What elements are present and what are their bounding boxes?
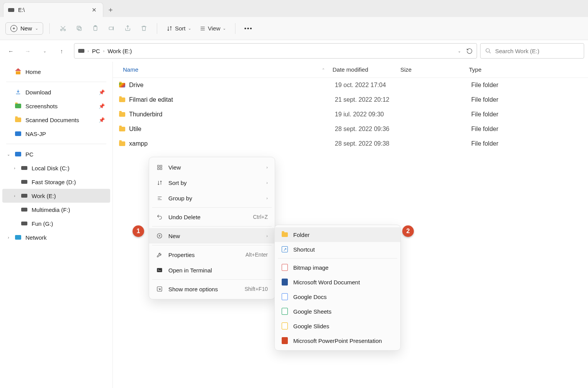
- submenu-powerpoint[interactable]: Microsoft PowerPoint Presentation: [275, 333, 400, 348]
- submenu-gslides[interactable]: Google Slides: [275, 319, 400, 333]
- file-row[interactable]: Filmari de editat 21 sept. 2022 20:12 Fi…: [113, 92, 588, 107]
- rename-button[interactable]: [104, 22, 118, 35]
- svg-rect-6: [109, 27, 113, 30]
- sort-button[interactable]: Sort ⌄: [163, 25, 194, 32]
- submenu-shortcut[interactable]: ↗ Shortcut: [275, 242, 400, 257]
- chevron-down-icon[interactable]: ⌄: [458, 49, 461, 53]
- ctx-separator: [152, 245, 272, 245]
- file-type: File folder: [471, 126, 588, 133]
- tab-bar: E:\ ✕ ＋: [0, 0, 588, 17]
- submenu-folder[interactable]: Folder: [275, 227, 400, 242]
- ctx-sort-by[interactable]: Sort by ›: [149, 175, 275, 190]
- submenu-label: Folder: [293, 232, 310, 238]
- submenu-bitmap[interactable]: Bitmap image: [275, 260, 400, 275]
- monitor-icon: [15, 131, 21, 136]
- chevron-right-icon[interactable]: ›: [12, 194, 17, 198]
- file-row[interactable]: xampp 28 sept. 2022 09:38 File folder: [113, 136, 588, 151]
- chevron-right-icon[interactable]: ›: [6, 235, 11, 240]
- cut-button[interactable]: [56, 22, 70, 35]
- sidebar-drive-g[interactable]: Fun (G:): [2, 217, 110, 230]
- address-bar[interactable]: › PC › Work (E:) ⌄: [74, 43, 477, 59]
- svg-rect-13: [157, 268, 162, 272]
- sidebar-item-label: Fast Storage (D:): [32, 179, 76, 185]
- sidebar-quick-screenshots[interactable]: Screenshots 📌: [2, 99, 110, 113]
- recent-locations-button[interactable]: ⌄: [38, 44, 52, 58]
- ctx-new[interactable]: New ›: [149, 228, 275, 244]
- refresh-button[interactable]: [466, 48, 473, 54]
- sidebar-quick-download[interactable]: Download 📌: [2, 85, 110, 99]
- sidebar: Home Download 📌 Screenshots 📌 Scanned Do…: [0, 62, 113, 388]
- delete-button[interactable]: [137, 22, 151, 35]
- ctx-view[interactable]: View ›: [149, 160, 275, 175]
- file-row[interactable]: Utile 28 sept. 2022 09:36 File folder: [113, 122, 588, 136]
- ctx-separator: [152, 226, 272, 227]
- ctx-separator: [152, 279, 272, 280]
- sidebar-item-label: Multimedia (F:): [32, 207, 70, 213]
- tab-title: E:\: [18, 7, 86, 13]
- ctx-group-by[interactable]: Group by ›: [149, 190, 275, 206]
- ctx-properties[interactable]: Properties Alt+Enter: [149, 247, 275, 262]
- tab-active[interactable]: E:\ ✕: [3, 2, 103, 17]
- share-button[interactable]: [121, 22, 134, 35]
- file-row[interactable]: Thunderbird 19 iul. 2022 09:30 File fold…: [113, 107, 588, 122]
- view-label: View: [208, 25, 220, 32]
- drive-icon: [21, 208, 27, 212]
- ctx-undo-delete[interactable]: Undo Delete Ctrl+Z: [149, 209, 275, 225]
- column-headers: Name⌃ Date modified Size Type: [113, 62, 588, 78]
- new-tab-button[interactable]: ＋: [103, 2, 118, 17]
- drive-icon: [78, 49, 84, 53]
- column-size[interactable]: Size: [400, 66, 469, 73]
- nav-row: ← → ⌄ ↑ › PC › Work (E:) ⌄: [0, 40, 588, 62]
- sidebar-drive-f[interactable]: Multimedia (F:): [2, 203, 110, 217]
- file-row[interactable]: Drive 19 oct. 2022 17:04 File folder: [113, 78, 588, 92]
- sidebar-quick-nas[interactable]: NAS-JP: [2, 127, 110, 141]
- column-name[interactable]: Name⌃: [113, 66, 333, 73]
- up-button[interactable]: ↑: [55, 44, 69, 58]
- sidebar-item-label: Local Disk (C:): [32, 165, 69, 171]
- sidebar-quick-scanned[interactable]: Scanned Documents 📌: [2, 113, 110, 127]
- view-button[interactable]: View ⌄: [197, 25, 229, 32]
- ctx-separator: [152, 207, 272, 208]
- search-box[interactable]: [480, 43, 584, 59]
- file-name: Utile: [129, 126, 141, 133]
- sidebar-drive-c[interactable]: › Local Disk (C:): [2, 161, 110, 175]
- submenu-label: Microsoft Word Document: [293, 279, 360, 286]
- svg-point-7: [486, 49, 489, 52]
- plus-circle-icon: [156, 232, 163, 239]
- svg-rect-2: [78, 27, 81, 31]
- breadcrumb-pc[interactable]: PC: [92, 48, 100, 54]
- submenu-gsheets[interactable]: Google Sheets: [275, 304, 400, 319]
- svg-rect-8: [157, 165, 159, 166]
- column-type[interactable]: Type: [469, 66, 588, 73]
- submenu-word[interactable]: Microsoft Word Document: [275, 275, 400, 289]
- chevron-down-icon: ⌄: [35, 26, 38, 30]
- new-button[interactable]: + New ⌄: [5, 22, 43, 35]
- column-date[interactable]: Date modified: [333, 66, 400, 73]
- drive-icon: [21, 166, 27, 170]
- breadcrumb-drive[interactable]: Work (E:): [108, 48, 132, 54]
- chevron-right-icon[interactable]: ›: [12, 166, 17, 170]
- sidebar-pc[interactable]: ⌄ PC: [2, 147, 110, 161]
- forward-button[interactable]: →: [21, 44, 35, 58]
- sidebar-network[interactable]: › Network: [2, 230, 110, 244]
- more-button[interactable]: •••: [242, 22, 255, 35]
- ctx-show-more[interactable]: Show more options Shift+F10: [149, 281, 275, 297]
- sidebar-drive-d[interactable]: Fast Storage (D:): [2, 175, 110, 189]
- search-input[interactable]: [495, 48, 579, 54]
- sidebar-drive-e[interactable]: › Work (E:): [2, 189, 110, 203]
- sidebar-separator: [6, 144, 106, 144]
- submenu-gdocs[interactable]: Google Docs: [275, 289, 400, 304]
- pin-icon: 📌: [99, 117, 105, 123]
- context-menu: View › Sort by › Group by › Undo Delete …: [149, 157, 275, 299]
- chevron-down-icon[interactable]: ⌄: [6, 152, 11, 156]
- ctx-open-terminal[interactable]: Open in Terminal: [149, 262, 275, 278]
- copy-button[interactable]: [72, 22, 86, 35]
- paste-button[interactable]: [88, 22, 102, 35]
- sidebar-home[interactable]: Home: [2, 65, 110, 79]
- new-button-label: New: [20, 25, 32, 32]
- close-tab-button[interactable]: ✕: [90, 7, 98, 13]
- back-button[interactable]: ←: [4, 44, 18, 58]
- toolbar: + New ⌄ Sort ⌄ View ⌄ •••: [0, 17, 588, 40]
- sidebar-item-label: Work (E:): [32, 193, 56, 199]
- ctx-label: Open in Terminal: [168, 267, 212, 274]
